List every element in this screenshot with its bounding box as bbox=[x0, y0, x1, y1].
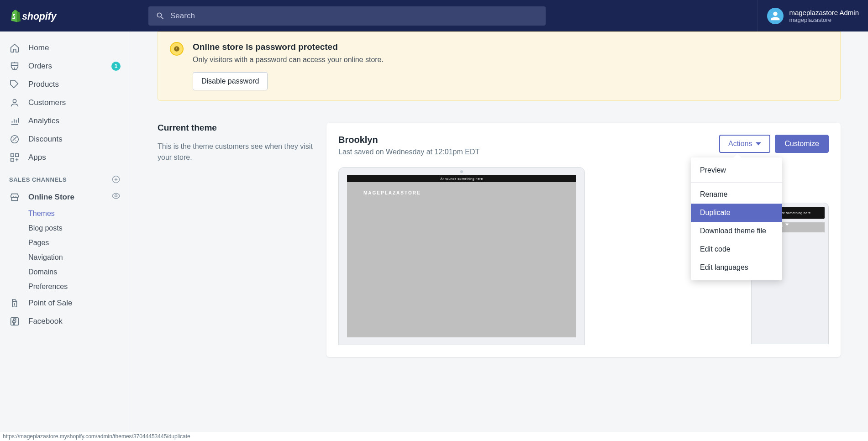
dropdown-download[interactable]: Download theme file bbox=[691, 222, 782, 240]
topbar: shopify mageplazastore Admin mageplazast… bbox=[0, 0, 868, 31]
nav-apps[interactable]: Apps bbox=[0, 148, 130, 167]
banner-title: Online store is password protected bbox=[193, 42, 384, 52]
svg-rect-5 bbox=[11, 158, 14, 161]
theme-name: Brooklyn bbox=[338, 135, 479, 145]
person-icon bbox=[769, 10, 782, 22]
tag-icon bbox=[9, 79, 20, 90]
sales-channels-header: SALES CHANNELS bbox=[0, 167, 130, 188]
preview-announcement: Announce something here bbox=[347, 175, 576, 182]
discount-icon bbox=[9, 134, 20, 145]
nav-orders-label: Orders bbox=[28, 62, 103, 71]
nav-online-store[interactable]: Online Store bbox=[0, 188, 130, 206]
svg-text:shopify: shopify bbox=[22, 10, 57, 21]
theme-section-info: Current theme This is the theme customer… bbox=[158, 123, 313, 357]
svg-point-7 bbox=[115, 195, 117, 197]
nav-online-store-label: Online Store bbox=[28, 193, 103, 202]
svg-point-1 bbox=[13, 100, 16, 103]
preview-desktop: Announce something here MAGEPLAZASTORE bbox=[338, 167, 585, 345]
nav-pos[interactable]: Point of Sale bbox=[0, 294, 130, 312]
nav-discounts-label: Discounts bbox=[28, 135, 121, 144]
orders-icon bbox=[9, 61, 20, 72]
sub-themes[interactable]: Themes bbox=[0, 206, 130, 221]
actions-label: Actions bbox=[728, 140, 752, 148]
nav-products-label: Products bbox=[28, 80, 121, 89]
theme-actions: Actions Customize bbox=[719, 135, 829, 153]
view-store-icon[interactable] bbox=[111, 191, 121, 203]
facebook-icon bbox=[9, 316, 20, 327]
nav-customers-label: Customers bbox=[28, 98, 121, 107]
nav-analytics[interactable]: Analytics bbox=[0, 112, 130, 130]
orders-badge: 1 bbox=[111, 62, 121, 71]
person-outline-icon bbox=[9, 97, 20, 108]
shopify-logo-icon: shopify bbox=[9, 9, 58, 23]
caret-down-icon bbox=[756, 141, 761, 147]
dropdown-preview[interactable]: Preview bbox=[691, 161, 782, 179]
dropdown-duplicate[interactable]: Duplicate bbox=[691, 204, 782, 222]
preview-hero: MAGEPLAZASTORE bbox=[347, 182, 576, 337]
preview-brand: MAGEPLAZASTORE bbox=[347, 182, 576, 195]
nav-facebook[interactable]: Facebook bbox=[0, 312, 130, 331]
dropdown-edit-languages[interactable]: Edit languages bbox=[691, 258, 782, 277]
preview-camera-dot bbox=[460, 170, 463, 173]
pos-icon bbox=[9, 298, 20, 309]
sidebar: Home Orders 1 Products Customers Analyti… bbox=[0, 31, 130, 431]
section-desc: This is the theme customers see when the… bbox=[158, 141, 313, 163]
nav-facebook-label: Facebook bbox=[28, 317, 121, 326]
search-icon bbox=[156, 11, 165, 21]
search-input[interactable] bbox=[170, 11, 538, 21]
actions-dropdown: Preview Rename Duplicate Download theme … bbox=[691, 158, 782, 280]
actions-button[interactable]: Actions bbox=[719, 135, 770, 153]
sub-domains[interactable]: Domains bbox=[0, 265, 130, 279]
theme-info: Brooklyn Last saved on Wednesday at 12:0… bbox=[338, 135, 479, 156]
nav-analytics-label: Analytics bbox=[28, 116, 121, 126]
nav-customers[interactable]: Customers bbox=[0, 94, 130, 112]
search-box[interactable] bbox=[148, 6, 546, 26]
dropdown-rename[interactable]: Rename bbox=[691, 185, 782, 204]
add-channel-icon[interactable] bbox=[111, 175, 121, 184]
sub-preferences[interactable]: Preferences bbox=[0, 279, 130, 294]
svg-rect-4 bbox=[16, 154, 18, 157]
home-icon bbox=[9, 42, 20, 53]
cart-icon bbox=[784, 222, 789, 227]
banner-content: Online store is password protected Only … bbox=[193, 42, 384, 90]
sub-navigation[interactable]: Navigation bbox=[0, 250, 130, 265]
password-banner: Online store is password protected Only … bbox=[158, 31, 841, 101]
logo-area[interactable]: shopify bbox=[9, 9, 130, 23]
user-name: mageplazastore Admin bbox=[789, 9, 859, 16]
nav-apps-label: Apps bbox=[28, 153, 121, 162]
nav-products[interactable]: Products bbox=[0, 75, 130, 94]
customize-button[interactable]: Customize bbox=[775, 135, 829, 153]
user-area[interactable]: mageplazastore Admin mageplazastore bbox=[758, 0, 859, 31]
nav-home-label: Home bbox=[28, 43, 121, 52]
sub-blog-posts[interactable]: Blog posts bbox=[0, 221, 130, 236]
status-bar: https://mageplazastore.myshopify.com/adm… bbox=[0, 431, 868, 441]
theme-section: Current theme This is the theme customer… bbox=[158, 123, 841, 357]
nav-home[interactable]: Home bbox=[0, 39, 130, 57]
section-title: Current theme bbox=[158, 123, 313, 133]
user-text: mageplazastore Admin mageplazastore bbox=[789, 9, 859, 23]
theme-header: Brooklyn Last saved on Wednesday at 12:0… bbox=[338, 135, 829, 156]
avatar bbox=[767, 8, 784, 24]
analytics-icon bbox=[9, 116, 20, 126]
theme-card: Brooklyn Last saved on Wednesday at 12:0… bbox=[326, 123, 841, 357]
apps-icon bbox=[9, 152, 20, 163]
nav-discounts[interactable]: Discounts bbox=[0, 130, 130, 148]
search-area bbox=[130, 6, 758, 26]
store-icon bbox=[9, 192, 20, 203]
dropdown-divider bbox=[691, 182, 782, 183]
banner-desc: Only visitors with a password can access… bbox=[193, 56, 384, 64]
warning-icon bbox=[170, 42, 184, 56]
sub-pages[interactable]: Pages bbox=[0, 236, 130, 250]
svg-rect-3 bbox=[11, 154, 14, 157]
section-header-label: SALES CHANNELS bbox=[9, 176, 67, 183]
theme-saved: Last saved on Wednesday at 12:01pm EDT bbox=[338, 148, 479, 156]
main-content: Online store is password protected Only … bbox=[130, 31, 868, 431]
dropdown-edit-code[interactable]: Edit code bbox=[691, 240, 782, 258]
nav-orders[interactable]: Orders 1 bbox=[0, 57, 130, 75]
disable-password-button[interactable]: Disable password bbox=[193, 72, 268, 90]
status-url: https://mageplazastore.myshopify.com/adm… bbox=[3, 433, 190, 440]
user-store: mageplazastore bbox=[789, 16, 859, 23]
nav-pos-label: Point of Sale bbox=[28, 299, 121, 308]
